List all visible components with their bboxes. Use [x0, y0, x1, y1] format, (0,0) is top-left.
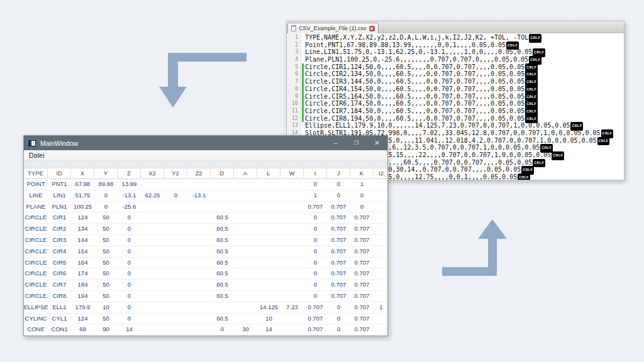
- table-cell: [187, 280, 211, 290]
- line-number: 2: [287, 41, 301, 49]
- column-header-i2[interactable]: I2: [374, 168, 387, 178]
- table-header-row: TYPEIDXYZX2Y2Z2DALWIJKI2: [24, 168, 387, 179]
- table-cell: [141, 235, 164, 246]
- table-cell: 90: [94, 324, 118, 335]
- table-cell: CIRCLE: [24, 235, 48, 246]
- table-cell: LIN1: [48, 190, 71, 201]
- table-cell: 50: [94, 314, 118, 324]
- table-cell: [187, 235, 211, 246]
- title-bar[interactable]: MainWindow – ❐ ✕: [24, 136, 387, 150]
- table-cell: [164, 224, 187, 234]
- table-row[interactable]: CIRCLECIR617450060.500.7070.707: [24, 268, 387, 280]
- table-cell: [141, 302, 164, 313]
- table-cell: [234, 224, 257, 234]
- table-cell: 0.707: [304, 202, 327, 212]
- menu-item-datei[interactable]: Datei: [25, 151, 48, 159]
- line-number: 5: [287, 63, 301, 71]
- column-header-k[interactable]: K: [350, 168, 374, 178]
- column-header-x2[interactable]: X2: [141, 168, 164, 178]
- table-cell: 0.707: [327, 258, 350, 268]
- line-number: 3: [287, 48, 301, 56]
- tab-title: CSV_Example_File (1).csv: [299, 25, 367, 31]
- table-cell: 0: [327, 179, 350, 190]
- table-cell: [187, 268, 211, 279]
- tab-csv-file[interactable]: CSV_Example_File (1).csv ✕: [287, 23, 379, 33]
- table-row[interactable]: LINELIN151.750-13.162.250-13.1100: [24, 190, 387, 202]
- minimize-button[interactable]: –: [325, 136, 346, 150]
- table-cell: 0: [304, 246, 327, 257]
- table-cell: 0: [350, 190, 374, 201]
- table-cell: [234, 190, 257, 201]
- column-header-w[interactable]: W: [280, 168, 304, 178]
- table-cell: 50: [94, 212, 118, 223]
- csv-line: TYPE,NAME,X,Y,Z,X2,y2,z2,D,A,L,W,i,j,k,I…: [305, 34, 613, 41]
- table-cell: [141, 314, 164, 324]
- column-header-d[interactable]: D: [211, 168, 234, 178]
- column-header-y[interactable]: Y: [94, 168, 118, 178]
- table-cell: 0: [304, 235, 327, 246]
- column-header-i[interactable]: I: [304, 168, 327, 178]
- table-cell: 0.707: [350, 235, 374, 246]
- table-cell: 0: [304, 268, 327, 279]
- table-cell: 0: [94, 190, 118, 201]
- column-header-l[interactable]: L: [257, 168, 280, 178]
- table-cell: [257, 179, 280, 190]
- line-number: 13: [287, 122, 301, 129]
- table-cell: [164, 258, 187, 268]
- table-row[interactable]: POINTPNT167.9889.8813.99001: [24, 179, 387, 190]
- table-cell: [141, 268, 164, 279]
- table-row[interactable]: ELLIPSEELL1179.910014.1257.230.70700.707…: [24, 302, 387, 314]
- column-header-a[interactable]: A: [234, 168, 257, 178]
- table-row[interactable]: CIRCLECIR314450060.500.7070.707: [24, 235, 387, 246]
- table-row[interactable]: CIRCLECIR819450060.500.7070.707: [24, 291, 387, 302]
- table-row[interactable]: CIRCLECIR415450060.500.7070.707: [24, 246, 387, 258]
- table-cell: 60.5: [211, 246, 234, 257]
- table-cell: 0: [118, 224, 141, 234]
- table-cell: CIR8: [48, 291, 71, 302]
- table-cell: 0.707: [350, 302, 374, 313]
- table-row[interactable]: CYLINCCYL112450060.5100.70700.707: [24, 314, 387, 325]
- table-cell: CIR4: [48, 246, 71, 257]
- table-cell: [374, 280, 387, 290]
- table-cell: CIR1: [48, 212, 71, 223]
- table-row[interactable]: CIRCLECIR213450060.500.7070.707: [24, 224, 387, 235]
- table-cell: [374, 246, 387, 257]
- tab-close-icon[interactable]: ✕: [369, 26, 375, 31]
- column-header-type[interactable]: TYPE: [24, 168, 48, 178]
- table-cell: 179.9: [71, 302, 94, 313]
- menu-bar: Datei: [24, 150, 387, 160]
- column-header-x[interactable]: X: [71, 168, 94, 178]
- table-row[interactable]: CIRCLECIR112450060.500.7070.707: [24, 212, 387, 224]
- csv-line: Circle,CIR4,154,50,0,,,,60.5,,,,0,0.707,…: [305, 85, 613, 93]
- table-cell: [234, 302, 257, 313]
- table-cell: 14.125: [257, 302, 280, 313]
- table-row[interactable]: CIRCLECIR718450060.500.7070.707: [24, 280, 387, 291]
- main-window: MainWindow – ❐ ✕ Datei TYPEIDXYZX2Y2Z2DA…: [23, 135, 388, 336]
- table-row[interactable]: CONECON1699014030140.70700.707: [24, 324, 387, 336]
- table-cell: [234, 258, 257, 268]
- column-header-id[interactable]: ID: [48, 168, 71, 178]
- table-cell: CIRCLE: [24, 246, 48, 257]
- table-cell: [374, 314, 387, 324]
- maximize-button[interactable]: ❐: [346, 136, 367, 150]
- table-cell: LINE: [24, 190, 48, 201]
- table-row[interactable]: CIRCLECIR516450060.500.7070.707: [24, 258, 387, 269]
- table-cell: CYLINC: [24, 314, 48, 324]
- table-cell: 14: [257, 324, 280, 335]
- column-header-z[interactable]: Z: [118, 168, 141, 178]
- table-cell: [164, 302, 187, 313]
- table-cell: PLN1: [48, 202, 71, 212]
- table-cell: 30: [234, 324, 257, 335]
- column-header-z2[interactable]: Z2: [187, 168, 211, 178]
- column-header-j[interactable]: J: [327, 168, 350, 178]
- desktop-canvas: CSV_Example_File (1).csv ✕ 1234567891011…: [0, 0, 644, 362]
- table-row[interactable]: PLANEPLN1100.250-25.60.7070.7070: [24, 202, 387, 213]
- column-header-y2[interactable]: Y2: [164, 168, 187, 178]
- table-cell: [280, 202, 304, 212]
- table-cell: 50: [94, 268, 118, 279]
- table-cell: [211, 190, 234, 201]
- close-button[interactable]: ✕: [367, 136, 387, 150]
- table-cell: 50: [94, 258, 118, 268]
- table-cell: 194: [71, 291, 94, 302]
- table-cell: [164, 246, 187, 257]
